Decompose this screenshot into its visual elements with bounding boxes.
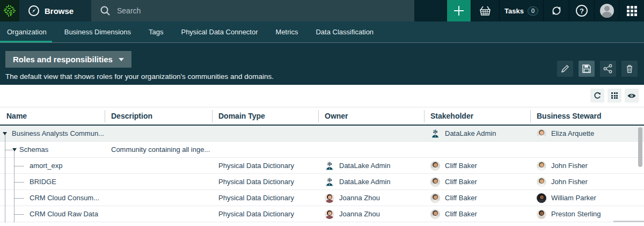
owner-name[interactable]: DataLake Admin	[339, 162, 390, 170]
person-avatar	[430, 177, 440, 187]
owner-cell: Joanna Zhou	[318, 193, 424, 203]
search-input[interactable]	[117, 6, 375, 15]
horizontal-scrollbar[interactable]	[613, 221, 644, 222]
collapse-toggle-icon[interactable]	[3, 132, 7, 135]
description-cell: Community containing all inge...	[105, 145, 212, 154]
business-steward-name[interactable]: Preston Sterling	[551, 210, 601, 218]
stakeholder-name[interactable]: Cliff Baker	[445, 210, 477, 218]
person-avatar	[537, 193, 546, 203]
topbar-spacer	[414, 0, 447, 21]
asset-name-link[interactable]: CRM Cloud Raw Data	[30, 210, 98, 218]
view-selector-dropdown[interactable]: Roles and responsibilities	[5, 51, 131, 68]
stakeholder-cell: Cliff Baker	[424, 161, 530, 171]
stakeholder-cell: Cliff Baker	[424, 177, 530, 187]
table-row[interactable]: CRM Cloud Consum...Physical Data Diction…	[0, 190, 644, 206]
person-avatar	[537, 209, 546, 219]
name-cell: Schemas	[0, 142, 105, 157]
compass-icon	[28, 5, 40, 17]
owner-cell: DataLake Admin	[318, 177, 424, 187]
tab-organization[interactable]: Organization	[6, 21, 48, 42]
tab-physical-data-connector[interactable]: Physical Data Connector	[180, 21, 259, 42]
column-header-stakeholder[interactable]: Stakeholder	[424, 107, 530, 125]
global-search-bar[interactable]	[91, 0, 414, 21]
sync-activities-button[interactable]	[543, 0, 569, 21]
table-row[interactable]: SchemasCommunity containing all inge...	[0, 142, 644, 158]
vertical-scrollbar[interactable]	[638, 127, 642, 167]
eye-icon	[627, 92, 636, 99]
share-view-button[interactable]	[600, 61, 616, 77]
stakeholder-name[interactable]: DataLake Admin	[445, 129, 496, 137]
business-steward-name[interactable]: John Fisher	[551, 178, 588, 186]
apps-menu-button[interactable]	[619, 0, 644, 21]
help-button[interactable]: ?	[569, 0, 594, 21]
help-glyph: ?	[580, 7, 584, 15]
table-row[interactable]: CRM Cloud Raw DataPhysical Data Dictiona…	[0, 206, 644, 222]
basket-icon	[479, 5, 492, 17]
stakeholder-cell: DataLake Admin	[424, 129, 530, 138]
owner-name[interactable]: DataLake Admin	[339, 178, 390, 186]
tab-data-classification[interactable]: Data Classification	[314, 21, 375, 42]
tree-branch-line	[5, 150, 12, 150]
data-basket-button[interactable]	[471, 0, 499, 21]
column-header-description[interactable]: Description	[105, 107, 212, 125]
stakeholder-name[interactable]: Cliff Baker	[445, 162, 477, 170]
column-header-name[interactable]: Name	[0, 107, 105, 125]
plus-icon	[453, 5, 465, 17]
name-cell: BRIDGE	[0, 174, 105, 189]
business-steward-cell: William Parker	[530, 193, 644, 203]
name-cell: CRM Cloud Consum...	[0, 190, 105, 206]
table-row[interactable]: Business Analysts Commun...DataLake Admi…	[0, 126, 644, 142]
business-steward-name[interactable]: Eliza Arquette	[551, 129, 594, 137]
owner-cell: DataLake Admin	[318, 161, 424, 171]
tab-metrics[interactable]: Metrics	[275, 21, 299, 42]
column-header-owner[interactable]: Owner	[318, 107, 424, 125]
table-toolbar-buttons	[590, 89, 639, 103]
person-avatar	[537, 161, 546, 171]
asset-name-link[interactable]: Schemas	[19, 145, 48, 154]
business-steward-cell: Preston Sterling	[530, 209, 644, 219]
owner-name[interactable]: Joanna Zhou	[339, 210, 380, 218]
stakeholder-name[interactable]: Cliff Baker	[445, 194, 477, 202]
section-tabs: OrganizationBusiness DimensionsTagsPhysi…	[0, 21, 644, 42]
save-view-button[interactable]	[579, 61, 595, 77]
stakeholder-name[interactable]: Cliff Baker	[445, 178, 477, 186]
tree-branch-line	[14, 166, 24, 166]
person-avatar	[537, 129, 546, 138]
table-row[interactable]: amort_expPhysical Data DictionaryDataLak…	[0, 158, 644, 174]
asset-name-link[interactable]: Business Analysts Commun...	[12, 129, 104, 137]
business-steward-cell: John Fisher	[530, 177, 644, 187]
tasks-button[interactable]: Tasks 0	[499, 0, 543, 21]
edit-view-button[interactable]	[557, 61, 573, 77]
asset-name-link[interactable]: CRM Cloud Consum...	[30, 194, 99, 202]
asset-name-link[interactable]: amort_exp	[30, 162, 62, 170]
logo-pixel-icon	[3, 4, 17, 18]
column-header-business-steward[interactable]: Business Steward	[530, 107, 644, 125]
business-steward-name[interactable]: John Fisher	[551, 162, 588, 170]
tab-business-dimensions[interactable]: Business Dimensions	[63, 21, 132, 42]
tree-branch-line	[14, 198, 24, 199]
browse-menu-button[interactable]: Browse	[19, 0, 91, 21]
view-selector-label: Roles and responsibilities	[13, 55, 113, 64]
pencil-icon	[560, 63, 570, 74]
column-header-domain-type[interactable]: Domain Type	[212, 107, 318, 125]
delete-view-button[interactable]	[621, 61, 638, 77]
column-settings-button[interactable]	[608, 89, 621, 103]
person-avatar	[537, 177, 546, 187]
tree-branch-line	[14, 182, 24, 183]
user-profile-button[interactable]	[594, 0, 619, 21]
collapse-toggle-icon[interactable]	[12, 148, 17, 151]
admin-user-icon	[325, 177, 334, 187]
visibility-button[interactable]	[625, 89, 639, 103]
domain-type-cell: Physical Data Dictionary	[212, 162, 318, 170]
create-asset-button[interactable]	[447, 0, 471, 21]
refresh-table-button[interactable]	[590, 89, 604, 103]
owner-name[interactable]: Joanna Zhou	[339, 194, 380, 202]
person-avatar	[430, 193, 440, 203]
business-steward-name[interactable]: William Parker	[551, 194, 596, 202]
asset-name-link[interactable]: BRIDGE	[30, 178, 56, 186]
tab-tags[interactable]: Tags	[148, 21, 164, 42]
search-icon	[100, 5, 111, 16]
collibra-logo[interactable]	[0, 0, 19, 21]
table-row[interactable]: BRIDGEPhysical Data DictionaryDataLake A…	[0, 174, 644, 190]
browse-label: Browse	[45, 6, 74, 16]
